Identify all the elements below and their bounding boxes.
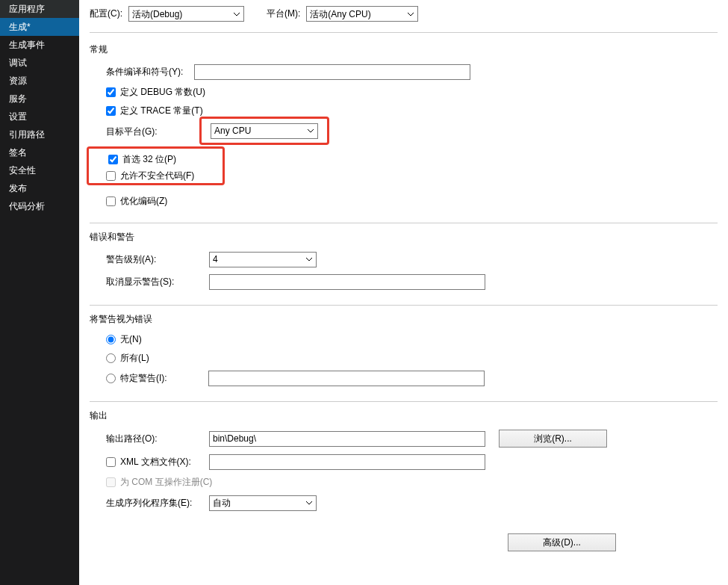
treat-specific-input (208, 371, 485, 386)
treat-all-label: 所有(L) (120, 352, 149, 365)
suppress-warnings-input[interactable] (209, 274, 485, 290)
gen-assembly-label: 生成序列化程序集(E): (106, 497, 202, 510)
define-debug-label: 定义 DEBUG 常数(U) (120, 86, 205, 99)
section-output: 输出路径(O): 浏览(R)... XML 文档文件(X): 为 COM 互操作… (90, 430, 718, 560)
config-platform-row: 配置(C): 活动(Debug) 平台(M): 活动(Any CPU) (90, 0, 718, 33)
warning-level-label: 警告级别(A): (106, 253, 194, 266)
xml-doc-label: XML 文档文件(X): (120, 456, 204, 468)
treat-all-radio[interactable] (106, 353, 116, 363)
cond-symbols-input[interactable] (194, 64, 470, 80)
allow-unsafe-checkbox[interactable] (106, 171, 116, 181)
suppress-warnings-label: 取消显示警告(S): (106, 276, 194, 288)
sidebar-item-security[interactable]: 安全性 (0, 161, 79, 179)
treat-none-label: 无(N) (120, 333, 142, 346)
browse-button[interactable]: 浏览(R)... (499, 430, 607, 448)
treat-none-radio[interactable] (106, 335, 116, 344)
config-label: 配置(C): (90, 7, 122, 20)
sidebar-item-application[interactable]: 应用程序 (0, 0, 79, 18)
xml-doc-input (209, 454, 485, 470)
define-trace-checkbox[interactable] (106, 106, 116, 116)
target-platform-label: 目标平台(G): (106, 126, 194, 138)
optimize-checkbox[interactable] (106, 196, 116, 206)
sidebar-item-build-events[interactable]: 生成事件 (0, 36, 79, 54)
sidebar-item-debug[interactable]: 调试 (0, 54, 79, 72)
gen-assembly-select[interactable]: 自动 (209, 495, 317, 511)
output-path-label: 输出路径(O): (106, 433, 194, 445)
register-com-checkbox (106, 477, 116, 487)
sidebar: 应用程序 生成* 生成事件 调试 资源 服务 设置 引用路径 签名 安全性 发布… (0, 0, 79, 585)
section-warnings: 警告级别(A): 4 取消显示警告(S): (90, 251, 718, 306)
config-select[interactable]: 活动(Debug) (128, 6, 244, 22)
section-output-title: 输出 (90, 409, 718, 422)
target-platform-select[interactable]: Any CPU (211, 123, 318, 139)
treat-specific-radio[interactable] (106, 374, 116, 383)
treat-specific-label: 特定警告(I): (120, 372, 195, 385)
prefer-32bit-label: 首选 32 位(P) (122, 153, 176, 166)
highlight-target-platform: Any CPU (199, 117, 329, 145)
cond-symbols-label: 条件编译和符号(Y): (106, 66, 194, 78)
platform-label: 平台(M): (267, 7, 300, 20)
optimize-label: 优化编码(Z) (120, 195, 167, 208)
platform-select[interactable]: 活动(Any CPU) (306, 6, 418, 22)
define-trace-label: 定义 TRACE 常量(T) (120, 105, 203, 117)
allow-unsafe-label: 允许不安全代码(F) (120, 170, 194, 182)
section-treat-title: 将警告视为错误 (90, 313, 718, 326)
register-com-label: 为 COM 互操作注册(C) (120, 476, 212, 489)
sidebar-item-publish[interactable]: 发布 (0, 179, 79, 197)
xml-doc-checkbox[interactable] (106, 457, 116, 467)
warning-level-select[interactable]: 4 (209, 252, 317, 267)
sidebar-item-reference-paths[interactable]: 引用路径 (0, 126, 79, 143)
section-general-title: 常规 (90, 43, 718, 56)
sidebar-item-code-analysis[interactable]: 代码分析 (0, 197, 79, 215)
sidebar-item-build[interactable]: 生成* (0, 18, 79, 36)
advanced-button[interactable]: 高级(D)... (508, 533, 616, 551)
sidebar-item-settings[interactable]: 设置 (0, 108, 79, 126)
prefer-32bit-checkbox[interactable] (108, 155, 118, 164)
section-warnings-title: 错误和警告 (90, 231, 718, 244)
sidebar-item-services[interactable]: 服务 (0, 90, 79, 108)
output-path-input[interactable] (209, 431, 485, 447)
main-panel: 配置(C): 活动(Debug) 平台(M): 活动(Any CPU) 常规 条… (79, 0, 728, 585)
sidebar-item-resources[interactable]: 资源 (0, 72, 79, 90)
section-treat: 无(N) 所有(L) 特定警告(I): (90, 333, 718, 402)
section-general: 条件编译和符号(Y): 定义 DEBUG 常数(U) 定义 TRACE 常量(T… (90, 64, 718, 223)
sidebar-item-signing[interactable]: 签名 (0, 143, 79, 161)
define-debug-checkbox[interactable] (106, 87, 116, 97)
